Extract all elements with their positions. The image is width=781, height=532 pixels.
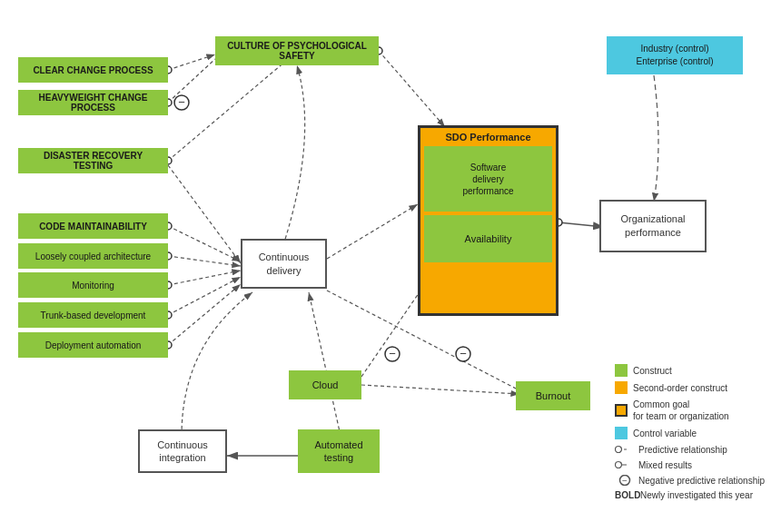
svg-line-3 [168, 59, 215, 103]
svg-point-38 [616, 462, 622, 468]
legend-bold-label: Newly investigated this year [640, 490, 753, 500]
legend: Construct Second-order construct Common … [615, 364, 765, 505]
legend-common-goal-box [615, 404, 628, 417]
legend-construct-label: Construct [633, 366, 672, 376]
svg-line-13 [559, 222, 604, 227]
heavyweight-node: HEAVYWEIGHT CHANGE PROCESS [18, 90, 168, 115]
svg-point-23 [456, 347, 470, 361]
burnout-node: Burnout [516, 381, 590, 410]
clear-change-node: CLEAR CHANGE PROCESS [18, 57, 168, 83]
loosely-coupled-node: Loosely coupled architecture [18, 243, 168, 269]
code-maint-node: CODE MAINTAINABILITY [18, 213, 168, 239]
svg-text:−: − [622, 476, 628, 486]
legend-second-order-box [615, 381, 628, 394]
automated-testing-node: Automatedtesting [298, 429, 380, 473]
trunk-node: Trunk-based development [18, 302, 168, 328]
svg-line-6 [168, 226, 241, 261]
legend-negative-icon: − [615, 475, 635, 486]
svg-text:−: − [178, 95, 185, 109]
monitoring-node: Monitoring [18, 272, 168, 298]
legend-second-order-label: Second-order construct [633, 383, 727, 393]
legend-predictive-icon [615, 444, 635, 455]
legend-construct-box [615, 364, 628, 377]
culture-node: CULTURE OF PSYCHOLOGICAL SAFETY [215, 36, 379, 65]
svg-point-21 [385, 347, 400, 361]
svg-line-10 [168, 284, 241, 345]
industry-control-node: Industry (control)Enterprise (control) [607, 36, 743, 74]
svg-line-4 [168, 51, 298, 161]
svg-line-2 [168, 54, 215, 70]
legend-control-label: Control variable [633, 429, 697, 438]
svg-point-36 [616, 447, 622, 453]
svg-line-18 [309, 292, 341, 436]
svg-text:−: − [389, 347, 396, 360]
legend-mixed-label: Mixed results [638, 460, 692, 470]
cloud-node: Cloud [289, 370, 361, 399]
deployment-node: Deployment automation [18, 332, 168, 358]
software-delivery-node: Softwaredeliveryperformance [424, 146, 552, 212]
svg-point-19 [174, 95, 189, 110]
legend-control-box [615, 427, 628, 439]
svg-line-12 [327, 204, 418, 259]
continuous-delivery-node: Continuousdelivery [241, 239, 327, 289]
legend-common-goal-label: Common goalfor team or organization [633, 399, 729, 422]
svg-line-8 [168, 271, 241, 285]
org-performance-node: Organizationalperformance [599, 200, 707, 252]
svg-text:−: − [460, 347, 467, 360]
continuous-integration-node: Continuousintegration [138, 429, 227, 473]
legend-negative-label: Negative predictive relationship [638, 476, 765, 486]
legend-predictive-label: Predictive relationship [638, 445, 727, 455]
svg-line-9 [168, 277, 241, 315]
sdo-box: SDO Performance Softwaredeliveryperforma… [418, 125, 559, 316]
disaster-node: DISASTER RECOVERY TESTING [18, 148, 168, 173]
legend-mixed-icon [615, 459, 635, 470]
svg-line-11 [379, 51, 445, 127]
svg-line-7 [168, 256, 241, 266]
svg-line-5 [168, 165, 241, 263]
svg-line-15 [361, 385, 519, 394]
availability-node: Availability [424, 215, 552, 262]
